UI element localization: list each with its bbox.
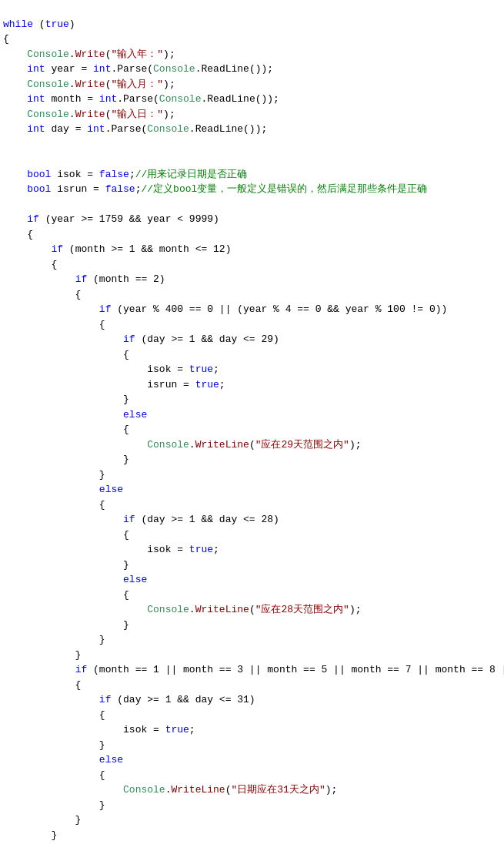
line-48: isok = true;: [3, 724, 195, 735]
line-23: {: [3, 349, 129, 360]
line-28: {: [3, 424, 129, 435]
line-39: {: [3, 589, 129, 601]
line-50: else: [3, 754, 123, 766]
line-4: int year = int.Parse(Console.ReadLine())…: [3, 63, 273, 75]
line-44: if (month == 1 || month == 3 || month ==…: [3, 664, 504, 675]
line-54: }: [3, 814, 81, 826]
line-43: }: [3, 649, 81, 661]
line-25: isrun = true;: [3, 379, 225, 390]
line-36: isok = true;: [3, 544, 219, 555]
line-8: int day = int.Parse(Console.ReadLine());: [3, 123, 267, 135]
line-32: else: [3, 484, 123, 495]
line-1: while (true): [3, 18, 75, 30]
line-41: }: [3, 619, 129, 631]
line-33: {: [3, 499, 105, 511]
line-26: }: [3, 394, 129, 405]
line-30: }: [3, 454, 129, 465]
line-3: Console.Write("输入年：");: [3, 49, 175, 60]
line-19: {: [3, 289, 81, 300]
line-27: else: [3, 409, 147, 420]
line-12: bool isrun = false;//定义bool变量，一般定义是错误的，然…: [3, 183, 427, 195]
line-55: }: [3, 829, 57, 841]
code-editor: while (true) { Console.Write("输入年："); in…: [0, 0, 504, 851]
line-18: if (month == 2): [3, 273, 165, 285]
line-53: }: [3, 799, 105, 811]
line-31: }: [3, 469, 105, 481]
line-42: }: [3, 634, 105, 645]
line-15: {: [3, 229, 33, 240]
line-40: Console.WriteLine("应在28天范围之内");: [3, 604, 362, 615]
line-2: {: [3, 33, 9, 45]
line-11: bool isok = false;//用来记录日期是否正确: [3, 169, 247, 180]
line-35: {: [3, 529, 129, 541]
line-38: else: [3, 574, 147, 585]
line-51: {: [3, 769, 105, 781]
line-46: if (day >= 1 && day <= 31): [3, 694, 255, 705]
line-29: Console.WriteLine("应在29天范围之内");: [3, 439, 362, 451]
line-16: if (month >= 1 && month <= 12): [3, 243, 231, 255]
line-37: }: [3, 559, 129, 571]
line-17: {: [3, 259, 57, 270]
line-34: if (day >= 1 && day <= 28): [3, 514, 279, 525]
line-49: }: [3, 739, 105, 751]
line-6: int month = int.Parse(Console.ReadLine()…: [3, 93, 279, 105]
line-21: {: [3, 319, 105, 330]
line-5: Console.Write("输入月：");: [3, 79, 175, 90]
line-14: if (year >= 1759 && year < 9999): [3, 213, 219, 225]
line-24: isok = true;: [3, 364, 219, 375]
line-7: Console.Write("输入日：");: [3, 109, 175, 120]
line-45: {: [3, 679, 81, 691]
line-20: if (year % 400 == 0 || (year % 4 == 0 &&…: [3, 303, 447, 315]
line-22: if (day >= 1 && day <= 29): [3, 333, 279, 345]
line-47: {: [3, 709, 105, 721]
line-52: Console.WriteLine("日期应在31天之内");: [3, 784, 337, 796]
